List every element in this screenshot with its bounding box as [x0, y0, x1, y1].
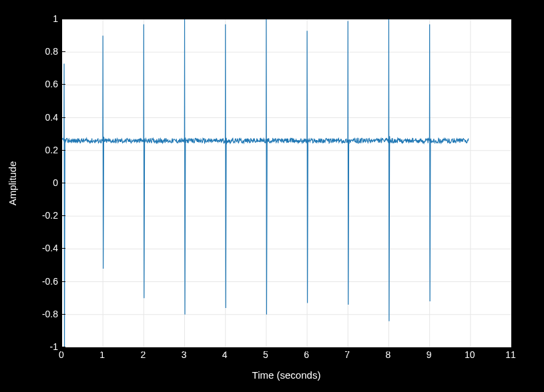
y-axis-label: Amplitude [7, 161, 18, 206]
x-tick [225, 348, 226, 352]
chart-axes [61, 19, 512, 348]
x-tick [470, 348, 471, 352]
y-tick-label: 0.4 [18, 112, 58, 123]
x-tick [102, 348, 103, 352]
y-tick [61, 150, 65, 151]
y-tick [61, 248, 65, 249]
x-axis-label: Time (seconds) [252, 369, 321, 381]
y-tick [61, 281, 65, 282]
y-tick [61, 215, 65, 216]
x-tick [388, 348, 388, 352]
x-tick [266, 348, 266, 352]
x-tick [347, 348, 348, 352]
x-tick [61, 348, 62, 352]
y-tick-label: 0 [18, 177, 58, 188]
y-tick [61, 117, 65, 118]
figure: Amplitude Time (seconds) -1-0.8-0.6-0.4-… [0, 0, 544, 392]
y-tick [61, 84, 65, 85]
y-tick-label: -0.4 [18, 243, 58, 253]
x-tick [306, 348, 307, 352]
y-tick-label: -0.2 [18, 210, 58, 221]
y-tick-label: -0.8 [18, 309, 58, 319]
y-tick [61, 19, 65, 19]
y-tick [61, 51, 65, 52]
x-tick [184, 348, 185, 352]
y-tick-label: -0.6 [18, 276, 58, 287]
y-tick-label: 0.2 [18, 145, 58, 155]
y-tick-label: 0.6 [18, 79, 58, 89]
y-tick-label: 1 [18, 13, 58, 24]
y-tick [61, 314, 65, 315]
x-tick [143, 348, 144, 352]
x-tick [511, 348, 511, 352]
plot-svg [62, 19, 511, 347]
x-tick [429, 348, 430, 352]
y-tick [61, 347, 65, 347]
y-tick [61, 183, 65, 183]
y-tick-label: 0.8 [18, 46, 58, 57]
grid [62, 19, 511, 347]
